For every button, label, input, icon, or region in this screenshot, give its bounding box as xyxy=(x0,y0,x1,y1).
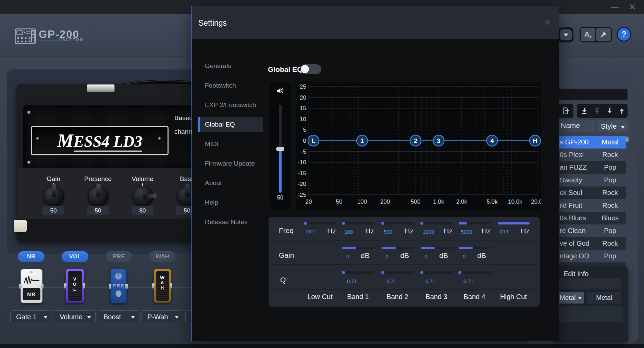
pedal-label: PRE xyxy=(111,283,126,288)
settings-nav-footswitch[interactable]: Footswitch xyxy=(198,78,263,93)
gain-row-label: Gain xyxy=(279,251,294,259)
pedal-nub-icon xyxy=(41,284,44,289)
edit-comment-field[interactable] xyxy=(554,306,623,322)
import-download-icon[interactable] xyxy=(580,107,589,115)
q-slider-3[interactable] xyxy=(382,271,413,274)
header-button-group: Ax xyxy=(580,27,612,42)
freq-slider-1[interactable] xyxy=(304,222,336,224)
freq-slider-2[interactable] xyxy=(342,222,374,224)
fx-toggle-vol[interactable]: VOL xyxy=(62,251,88,262)
language-button[interactable]: Ax xyxy=(581,28,595,41)
settings-nav-firmware-update[interactable]: Firmware Update xyxy=(198,156,263,171)
eq-node-3[interactable]: 3 xyxy=(433,135,444,146)
volume-slider-handle[interactable] xyxy=(276,147,284,151)
window-minimize-button[interactable] xyxy=(608,2,621,12)
settings-nav-generals[interactable]: Generals xyxy=(198,59,263,74)
help-button[interactable]: ? xyxy=(617,27,631,42)
fx-toggle-wah[interactable]: WAH xyxy=(149,251,176,262)
eq-node-h[interactable]: H xyxy=(530,135,541,146)
q-slider-4[interactable] xyxy=(421,271,453,274)
eq-node-4[interactable]: 4 xyxy=(487,135,498,146)
selector-value: Gate 1 xyxy=(16,313,37,321)
knob-volume[interactable] xyxy=(133,186,153,206)
gain-slider-4[interactable] xyxy=(421,247,453,249)
edit-name-field[interactable] xyxy=(554,278,621,289)
window-close-button[interactable]: ✕ xyxy=(626,2,639,12)
slider-fill xyxy=(459,222,467,224)
knob-label: Presence xyxy=(76,175,120,183)
pedal-nr[interactable]: NR xyxy=(21,269,42,303)
svg-text:2: 2 xyxy=(414,138,417,144)
freq-unit: Hz xyxy=(342,227,374,235)
eq-node-2[interactable]: 2 xyxy=(410,135,421,146)
q-value: 0.71 xyxy=(463,278,473,284)
settings-nav-label: Release Notes xyxy=(205,218,248,226)
settings-nav-label: EXP 2/Footswitch xyxy=(205,101,256,109)
screw-icon xyxy=(27,111,30,114)
wrench-icon xyxy=(600,31,607,38)
gain-slider-2[interactable] xyxy=(342,247,374,249)
move-up-icon[interactable] xyxy=(618,107,626,115)
chevron-down-icon xyxy=(44,316,48,319)
gain-slider-5[interactable] xyxy=(459,247,491,249)
volume-value: 50 xyxy=(270,195,291,201)
fx-toggle-pre[interactable]: PRE xyxy=(106,251,132,262)
language-icon: Ax xyxy=(584,30,592,39)
knob-presence[interactable] xyxy=(88,186,109,206)
freq-unit: Hz xyxy=(459,227,491,235)
volume-slider-fill[interactable] xyxy=(279,149,282,193)
preset-style: Metal xyxy=(594,136,626,149)
pedal-vol[interactable]: VOL xyxy=(66,269,84,302)
settings-nav-global-eq[interactable]: Global EQ xyxy=(198,117,263,132)
settings-nav-exp-2-footswitch[interactable]: EXP 2/Footswitch xyxy=(198,98,263,113)
column-header-name-label: Name xyxy=(561,121,580,130)
move-top-icon[interactable] xyxy=(593,107,601,115)
pedal-label: WAH xyxy=(154,275,171,291)
settings-wrench-button[interactable] xyxy=(596,28,611,41)
gain-slider-3[interactable] xyxy=(382,247,413,249)
settings-nav-label: Generals xyxy=(205,62,231,70)
settings-nav-about[interactable]: About xyxy=(198,176,263,191)
file-export-icon[interactable] xyxy=(561,106,570,115)
scrollbar-thumb[interactable] xyxy=(626,137,629,142)
freq-slider-6[interactable] xyxy=(498,222,530,224)
selected-indicator xyxy=(198,117,200,132)
pedal-wah[interactable]: WAH xyxy=(154,269,171,302)
settings-nav-midi[interactable]: MIDI xyxy=(198,137,263,152)
effect-selector-volume[interactable]: Volume xyxy=(54,310,96,323)
settings-nav-help[interactable]: Help xyxy=(198,195,263,210)
column-header-style[interactable]: Style xyxy=(597,120,629,132)
chevron-down-icon xyxy=(131,316,135,319)
freq-slider-3[interactable] xyxy=(382,222,413,224)
effect-selector-gate-1[interactable]: Gate 1 xyxy=(10,310,52,323)
preset-style: Rock xyxy=(594,149,626,161)
dialog-close-button[interactable]: ✕ xyxy=(544,17,551,27)
preset-name: re Clean xyxy=(560,224,586,237)
chevron-down-icon xyxy=(578,297,582,299)
knob-gain[interactable] xyxy=(44,186,64,206)
header-dropdown-partial[interactable] xyxy=(558,27,573,42)
slider-fill xyxy=(459,247,473,249)
volume-slider-track[interactable] xyxy=(279,105,282,149)
amp-description-line2: chann xyxy=(174,128,192,136)
svg-text:100: 100 xyxy=(357,198,367,205)
q-slider-2[interactable] xyxy=(342,271,374,274)
svg-text:10: 10 xyxy=(300,116,306,123)
slider-fill xyxy=(498,222,530,224)
svg-text:0: 0 xyxy=(303,138,306,144)
global-eq-toggle[interactable] xyxy=(300,64,321,74)
settings-nav-label: MIDI xyxy=(205,140,219,148)
freq-slider-5[interactable] xyxy=(459,222,491,224)
freq-slider-4[interactable] xyxy=(421,222,453,224)
eq-node-l[interactable]: L xyxy=(308,135,319,146)
eq-node-1[interactable]: 1 xyxy=(357,135,368,146)
pedal-pre[interactable]: PRE xyxy=(110,269,127,303)
edit-style-select[interactable]: Metal xyxy=(557,292,584,304)
q-slider-5[interactable] xyxy=(459,271,491,274)
edit-style-value-button[interactable]: Metal xyxy=(587,292,621,304)
move-down-icon[interactable] xyxy=(606,107,614,115)
fx-toggle-nr[interactable]: NR xyxy=(18,251,45,262)
effect-selector-boost[interactable]: Boost xyxy=(98,310,139,323)
effect-selector-p-wah[interactable]: P-Wah xyxy=(141,310,183,323)
settings-nav-release-notes[interactable]: Release Notes xyxy=(198,215,263,230)
